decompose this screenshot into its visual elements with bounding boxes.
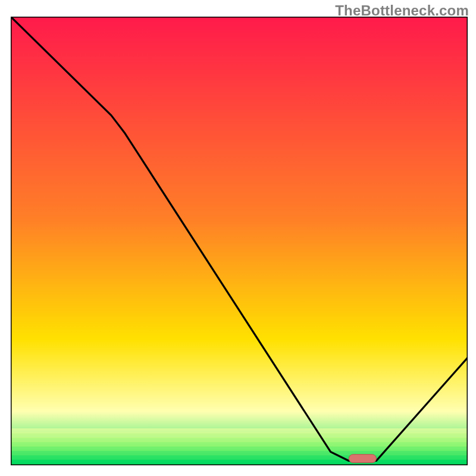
svg-rect-4 (11, 442, 468, 447)
plot-area (11, 17, 468, 465)
bottleneck-chart (11, 17, 468, 465)
svg-rect-6 (11, 451, 468, 456)
svg-rect-8 (11, 460, 468, 465)
svg-rect-7 (11, 455, 468, 460)
chart-container: TheBottleneck.com (0, 0, 476, 476)
svg-rect-5 (11, 446, 468, 451)
watermark-text: TheBottleneck.com (335, 2, 469, 19)
svg-rect-1 (11, 428, 468, 433)
optimal-marker (349, 455, 376, 463)
svg-rect-3 (11, 437, 468, 442)
